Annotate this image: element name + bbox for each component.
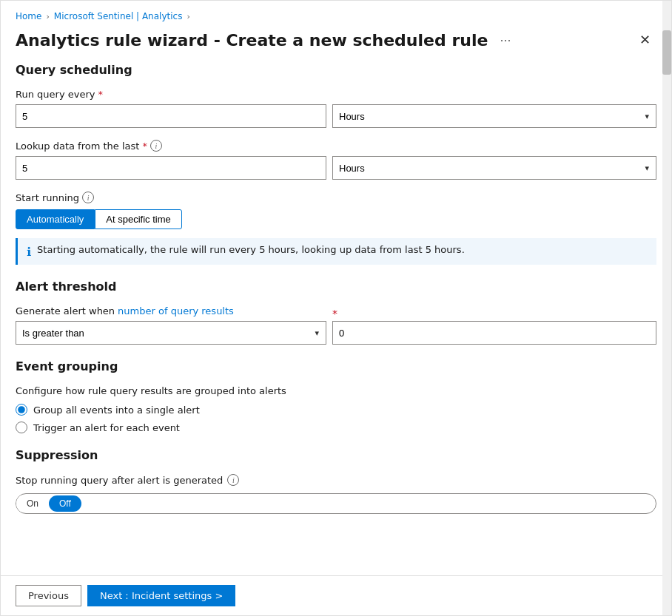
threshold-required: * xyxy=(332,308,337,319)
event-grouping-title: Event grouping xyxy=(16,359,656,373)
suppression-title: Suppression xyxy=(16,448,656,462)
info-bar-icon: ℹ xyxy=(27,245,31,259)
alert-threshold-title: Alert threshold xyxy=(16,280,656,294)
comparator-wrapper: Is greater than Is less than Is equal to… xyxy=(16,321,326,345)
breadcrumb-sep2: › xyxy=(187,12,189,21)
start-running-section: Start running i Automatically At specifi… xyxy=(16,192,656,229)
breadcrumb-sentinel[interactable]: Microsoft Sentinel | Analytics xyxy=(54,11,183,21)
run-query-unit-select[interactable]: Hours Minutes Days xyxy=(332,104,656,128)
start-running-tabs: Automatically At specific time xyxy=(16,209,656,229)
footer: Previous Next : Incident settings > xyxy=(1,575,671,615)
ellipsis-button[interactable]: ··· xyxy=(495,31,515,50)
title-bar: Analytics rule wizard - Create a new sch… xyxy=(1,26,671,63)
threshold-label-text: Generate alert when xyxy=(16,305,115,317)
suppression-label: Stop running query after alert is genera… xyxy=(16,475,223,486)
info-bar: ℹ Starting automatically, the rule will … xyxy=(16,238,656,265)
scrollbar-track[interactable] xyxy=(662,1,671,615)
breadcrumb: Home › Microsoft Sentinel | Analytics › xyxy=(1,1,671,26)
start-running-label: Start running i xyxy=(16,192,656,203)
threshold-row: Is greater than Is less than Is equal to… xyxy=(16,321,656,345)
event-grouping-description: Configure how rule query results are gro… xyxy=(16,385,656,396)
toggle-off-button[interactable]: Off xyxy=(49,495,81,512)
threshold-value-wrapper: * xyxy=(332,321,656,345)
radio-trigger-each-input[interactable] xyxy=(16,422,27,433)
footer-left: Previous Next : Incident settings > xyxy=(16,585,235,606)
next-button[interactable]: Next : Incident settings > xyxy=(87,585,235,606)
content-area: Query scheduling Run query every * Hours… xyxy=(1,63,671,575)
start-running-info-icon[interactable]: i xyxy=(82,192,94,203)
event-grouping-section: Event grouping Configure how rule query … xyxy=(16,359,656,433)
info-bar-text: Starting automatically, the rule will ru… xyxy=(37,244,465,255)
tab-automatically[interactable]: Automatically xyxy=(16,209,95,229)
lookup-unit-wrapper: Hours Minutes Days ▾ xyxy=(332,156,656,180)
run-query-row: Hours Minutes Days ▾ xyxy=(16,104,656,128)
breadcrumb-home[interactable]: Home xyxy=(16,11,41,21)
threshold-label-blue: number of query results xyxy=(118,305,234,317)
wizard-container: Home › Microsoft Sentinel | Analytics › … xyxy=(0,0,672,616)
toggle-on-button[interactable]: On xyxy=(16,495,49,512)
page-title: Analytics rule wizard - Create a new sch… xyxy=(16,31,488,50)
lookup-label: Lookup data from the last * i xyxy=(16,140,656,152)
radio-group-all[interactable]: Group all events into a single alert xyxy=(16,404,656,416)
lookup-required: * xyxy=(142,141,147,152)
run-query-label: Run query every * xyxy=(16,89,656,100)
previous-button[interactable]: Previous xyxy=(16,585,81,606)
close-button[interactable]: ✕ xyxy=(634,29,656,51)
suppression-section: Suppression Stop running query after ale… xyxy=(16,448,656,514)
suppression-label-row: Stop running query after alert is genera… xyxy=(16,474,656,486)
alert-threshold-section: Alert threshold Generate alert when numb… xyxy=(16,280,656,345)
radio-group-all-input[interactable] xyxy=(16,404,27,416)
scrollbar-thumb[interactable] xyxy=(662,30,671,75)
comparator-select[interactable]: Is greater than Is less than Is equal to xyxy=(16,321,326,345)
tab-specific-time[interactable]: At specific time xyxy=(95,209,181,229)
lookup-info-icon[interactable]: i xyxy=(150,140,162,152)
radio-trigger-each-label: Trigger an alert for each event xyxy=(33,422,180,433)
run-query-input[interactable] xyxy=(16,104,326,128)
title-bar-left: Analytics rule wizard - Create a new sch… xyxy=(16,31,515,50)
run-query-unit-wrapper: Hours Minutes Days ▾ xyxy=(332,104,656,128)
query-scheduling-title: Query scheduling xyxy=(16,63,656,77)
radio-trigger-each[interactable]: Trigger an alert for each event xyxy=(16,422,656,433)
lookup-row: Hours Minutes Days ▾ xyxy=(16,156,656,180)
threshold-value-input[interactable] xyxy=(332,321,656,345)
lookup-unit-select[interactable]: Hours Minutes Days xyxy=(332,156,656,180)
suppression-info-icon[interactable]: i xyxy=(227,474,239,486)
breadcrumb-sep1: › xyxy=(46,12,49,21)
lookup-input[interactable] xyxy=(16,156,326,180)
radio-group-all-label: Group all events into a single alert xyxy=(33,405,200,416)
run-query-required: * xyxy=(98,89,103,100)
suppression-toggle[interactable]: On Off xyxy=(16,493,656,514)
